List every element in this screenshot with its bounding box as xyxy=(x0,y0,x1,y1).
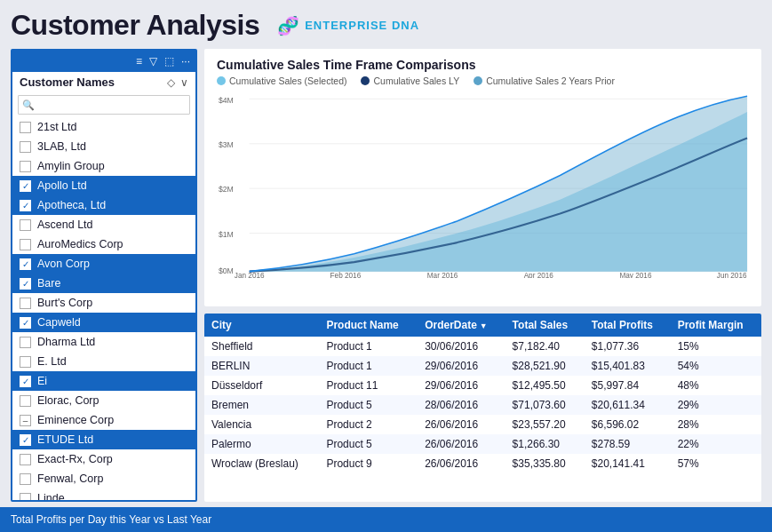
table-cell: 26/06/2016 xyxy=(418,415,505,434)
checkbox[interactable] xyxy=(20,395,31,407)
checkbox[interactable]: ✓ xyxy=(20,258,31,270)
checkbox[interactable]: – xyxy=(20,415,31,426)
chart-title: Cumulative Sales Time Frame Comparisons xyxy=(217,58,749,72)
table-cell: 26/06/2016 xyxy=(418,454,505,473)
checkbox[interactable] xyxy=(20,161,31,172)
table-cell: $5,997.84 xyxy=(585,376,671,395)
legend-dot xyxy=(474,76,482,85)
checkbox[interactable] xyxy=(20,219,31,231)
list-item[interactable]: ✓Ei xyxy=(12,371,195,391)
table-cell: Sheffield xyxy=(204,337,319,356)
toolbar-filter-icon[interactable]: ▽ xyxy=(149,55,157,67)
panel-toolbar: ≡ ▽ ⬚ ··· xyxy=(12,51,195,72)
search-box: 🔍 xyxy=(18,95,190,115)
customer-name-label: Ascend Ltd xyxy=(37,218,93,231)
list-item[interactable]: Exact-Rx, Corp xyxy=(12,449,195,469)
checkbox[interactable] xyxy=(20,473,31,485)
right-content: Cumulative Sales Time Frame Comparisons … xyxy=(204,49,761,502)
checkbox[interactable]: ✓ xyxy=(20,278,31,290)
table-col-header[interactable]: Total Sales xyxy=(505,314,585,337)
checkbox[interactable] xyxy=(20,356,31,368)
list-item[interactable]: –Eminence Corp xyxy=(12,410,195,430)
list-item[interactable]: Dharma Ltd xyxy=(12,332,195,352)
list-item[interactable]: Burt's Corp xyxy=(12,293,195,313)
checkbox[interactable]: ✓ xyxy=(20,376,31,387)
list-item[interactable]: Amylin Group xyxy=(12,156,195,176)
customer-name-label: Capweld xyxy=(37,316,81,329)
table-cell: $23,557.20 xyxy=(505,415,585,434)
checkbox[interactable]: ✓ xyxy=(20,200,31,211)
customer-list[interactable]: 21st Ltd3LAB, LtdAmylin Group✓Apollo Ltd… xyxy=(12,117,195,500)
list-item[interactable]: Ascend Ltd xyxy=(12,215,195,234)
customer-name-label: Dharma Ltd xyxy=(37,336,95,348)
brand-part1: ENTERPRISE xyxy=(305,19,387,32)
customer-name-label: Apotheca, Ltd xyxy=(37,199,106,211)
search-input[interactable] xyxy=(18,95,190,115)
checkbox[interactable]: ✓ xyxy=(20,180,31,192)
table-col-header[interactable]: OrderDate▼ xyxy=(418,314,505,337)
list-item[interactable]: ✓Capweld xyxy=(12,313,195,332)
legend-item: Cumulative Sales (Selected) xyxy=(217,75,346,86)
table-cell: $278.59 xyxy=(585,434,671,454)
customer-name-label: AuroMedics Corp xyxy=(37,238,123,250)
table-col-header[interactable]: Total Profits xyxy=(585,314,671,337)
customer-name-label: Elorac, Corp xyxy=(37,394,99,407)
table-cell: 29% xyxy=(671,395,761,415)
table-col-header[interactable]: Product Name xyxy=(319,314,418,337)
list-item[interactable]: AuroMedics Corp xyxy=(12,234,195,254)
customer-name-label: Exact-Rx, Corp xyxy=(37,453,113,465)
customer-name-label: Ei xyxy=(37,375,47,387)
brand-logo: 🧬 ENTERPRISE DNA xyxy=(277,15,419,36)
list-item[interactable]: Fenwal, Corp xyxy=(12,469,195,488)
toolbar-menu-icon[interactable]: ≡ xyxy=(136,55,142,67)
list-item[interactable]: ✓Bare xyxy=(12,274,195,293)
checkbox[interactable]: ✓ xyxy=(20,434,31,446)
clear-icon[interactable]: ◇ xyxy=(167,76,175,89)
chart-area: $4M $3M $2M $1M $0M xyxy=(217,91,749,278)
sidebar-panel: ≡ ▽ ⬚ ··· Customer Names ◇ ∨ 🔍 21st Ltd3… xyxy=(11,49,197,502)
table-cell: 48% xyxy=(671,376,761,395)
toolbar-more-icon[interactable]: ··· xyxy=(181,55,190,67)
checkbox[interactable] xyxy=(20,239,31,250)
table-cell: 30/06/2016 xyxy=(418,337,505,356)
checkbox[interactable] xyxy=(20,493,31,501)
list-item[interactable]: ✓Apollo Ltd xyxy=(12,176,195,195)
table-cell: $15,401.83 xyxy=(585,356,671,376)
checkbox[interactable] xyxy=(20,454,31,465)
customer-name-label: Apollo Ltd xyxy=(37,179,87,192)
toolbar-grid-icon[interactable]: ⬚ xyxy=(164,55,174,67)
table-cell: 57% xyxy=(671,454,761,473)
list-item[interactable]: ✓Avon Corp xyxy=(12,254,195,274)
table-col-header[interactable]: City xyxy=(204,314,319,337)
checkbox[interactable] xyxy=(20,298,31,309)
table-cell: Product 5 xyxy=(319,395,418,415)
list-item[interactable]: 21st Ltd xyxy=(12,117,195,137)
chart-svg: $4M $3M $2M $1M $0M xyxy=(217,91,749,278)
table-cell: $6,596.02 xyxy=(585,415,671,434)
svg-text:$1M: $1M xyxy=(219,229,234,238)
chevron-icon[interactable]: ∨ xyxy=(180,76,188,89)
table-row: PalermoProduct 526/06/2016$1,266.30$278.… xyxy=(204,434,761,454)
checkbox[interactable]: ✓ xyxy=(20,317,31,329)
table-cell: Bremen xyxy=(204,395,319,415)
checkbox[interactable] xyxy=(20,337,31,348)
checkbox[interactable] xyxy=(20,122,31,133)
legend-dot xyxy=(217,76,226,85)
checkbox[interactable] xyxy=(20,141,31,153)
list-item[interactable]: 3LAB, Ltd xyxy=(12,137,195,156)
svg-text:$3M: $3M xyxy=(219,140,234,149)
legend-label: Cumulative Sales 2 Years Prior xyxy=(486,75,615,86)
table-cell: 26/06/2016 xyxy=(418,434,505,454)
list-item[interactable]: Elorac, Corp xyxy=(12,391,195,410)
list-item[interactable]: ✓ETUDE Ltd xyxy=(12,430,195,449)
list-item[interactable]: Linde xyxy=(12,488,195,500)
data-table: CityProduct NameOrderDate▼Total SalesTot… xyxy=(204,314,761,473)
table-col-header[interactable]: Profit Margin xyxy=(671,314,761,337)
list-item[interactable]: ✓Apotheca, Ltd xyxy=(12,195,195,215)
table-cell: 15% xyxy=(671,337,761,356)
table-cell: Product 5 xyxy=(319,434,418,454)
customer-name-label: Burt's Corp xyxy=(37,297,92,309)
table-cell: $35,335.80 xyxy=(505,454,585,473)
svg-text:Mar 2016: Mar 2016 xyxy=(427,271,458,278)
list-item[interactable]: E. Ltd xyxy=(12,352,195,371)
